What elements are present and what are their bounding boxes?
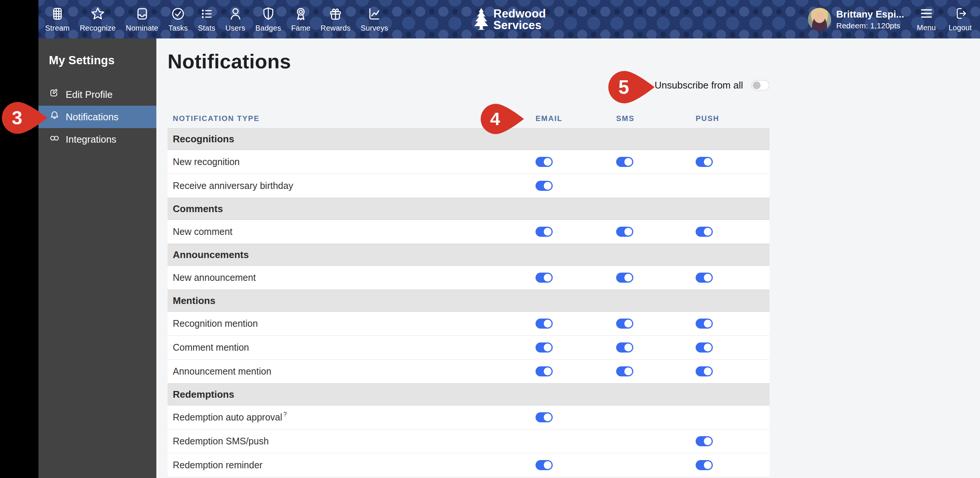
award-icon	[293, 6, 308, 23]
toggle-knob	[624, 344, 632, 351]
email-toggle[interactable]	[536, 343, 553, 352]
list-icon	[199, 6, 214, 23]
table-row: Redemption SMS/push	[167, 429, 770, 453]
email-toggle[interactable]	[536, 319, 553, 329]
nav-item-recognize[interactable]: Recognize	[80, 6, 116, 32]
sms-toggle[interactable]	[616, 272, 633, 283]
shield-icon	[261, 6, 276, 23]
gift-icon	[328, 6, 343, 23]
toggle-knob	[544, 228, 552, 236]
nav-item-stats[interactable]: Stats	[198, 6, 215, 32]
unsubscribe-row: Unsubscribe from all	[167, 76, 770, 94]
menu-button[interactable]: Menu	[917, 7, 936, 32]
nav-item-tasks[interactable]: Tasks	[168, 6, 188, 32]
table-row: Comment mention	[167, 336, 770, 360]
chart-icon	[367, 6, 382, 23]
sms-toggle[interactable]	[616, 343, 633, 352]
push-toggle[interactable]	[696, 272, 713, 283]
toggle-knob	[704, 344, 712, 351]
row-label: Redemption auto approval?	[167, 412, 536, 423]
redeem-points: Redeem: 1,120pts	[836, 21, 904, 30]
sms-toggle[interactable]	[616, 227, 633, 237]
push-toggle[interactable]	[696, 436, 713, 446]
nav-item-label: Recognize	[80, 24, 116, 32]
grid-icon	[50, 6, 65, 23]
user-profile-chip[interactable]: Brittany Espi... Redeem: 1,120pts	[808, 8, 904, 31]
toggle-knob	[624, 274, 632, 282]
email-toggle[interactable]	[536, 227, 553, 237]
sidebar-items: Edit ProfileNotificationsIntegrations	[38, 83, 156, 150]
sidebar-item-integrations[interactable]: Integrations	[38, 128, 156, 150]
row-label: Recognition mention	[167, 318, 536, 329]
column-header-sms: SMS	[616, 114, 696, 123]
user-name: Brittany Espi...	[836, 9, 904, 20]
link-icon	[49, 132, 60, 147]
page-title: Notifications	[167, 50, 770, 73]
email-toggle[interactable]	[536, 181, 553, 191]
nav-item-label: Users	[225, 24, 245, 32]
push-toggle[interactable]	[696, 227, 713, 237]
email-toggle[interactable]	[536, 157, 553, 167]
row-label: Comment mention	[167, 342, 536, 353]
nav-item-label: Badges	[255, 24, 281, 32]
toggle-knob	[704, 158, 712, 166]
sidebar-title: My Settings	[38, 38, 156, 67]
help-icon[interactable]: ?	[283, 411, 286, 417]
nav-item-users[interactable]: Users	[225, 6, 245, 32]
bell-icon	[49, 110, 60, 124]
row-label: Redemption SMS/push	[167, 436, 536, 447]
settings-sidebar: My Settings Edit ProfileNotificationsInt…	[38, 38, 156, 478]
avatar[interactable]	[808, 8, 831, 31]
table-row: New announcement	[167, 266, 770, 290]
push-toggle[interactable]	[696, 319, 713, 329]
left-black-strip	[0, 0, 38, 478]
primary-nav: StreamRecognizeNominateTasksStatsUsersBa…	[45, 6, 388, 32]
inbox-icon	[135, 6, 150, 23]
column-header-email: EMAIL	[536, 114, 616, 123]
toggle-knob	[753, 81, 760, 89]
row-label: Redemption reminder	[167, 460, 536, 470]
table-row: Announcement mention	[167, 360, 770, 384]
sidebar-item-notifications[interactable]: Notifications	[38, 106, 156, 128]
nav-item-stream[interactable]: Stream	[45, 6, 70, 32]
user-icon	[228, 6, 243, 23]
toggle-knob	[624, 320, 632, 328]
nav-item-badges[interactable]: Badges	[255, 6, 281, 32]
nav-item-nominate[interactable]: Nominate	[126, 6, 158, 32]
push-toggle[interactable]	[696, 460, 713, 470]
app-logo: Redwood Services	[473, 8, 546, 31]
sms-toggle[interactable]	[616, 157, 633, 167]
sidebar-item-label: Notifications	[66, 111, 119, 123]
section-header-mentions: Mentions	[167, 290, 770, 312]
nav-item-fame[interactable]: Fame	[291, 6, 310, 32]
email-toggle[interactable]	[536, 366, 553, 376]
sms-toggle[interactable]	[616, 366, 633, 376]
main-content: Notifications Unsubscribe from all NOTIF…	[156, 38, 980, 478]
push-toggle[interactable]	[696, 157, 713, 167]
push-toggle[interactable]	[696, 366, 713, 376]
logout-button[interactable]: Logout	[949, 7, 972, 32]
push-toggle[interactable]	[696, 343, 713, 352]
sidebar-item-edit-profile[interactable]: Edit Profile	[38, 83, 156, 106]
star-icon	[90, 6, 105, 23]
toggle-knob	[704, 274, 712, 282]
nav-item-label: Nominate	[126, 24, 158, 32]
nav-item-surveys[interactable]: Surveys	[361, 6, 388, 32]
email-toggle[interactable]	[536, 460, 553, 470]
hamburger-icon	[919, 7, 934, 22]
row-label: New comment	[167, 226, 536, 237]
section-header-recognitions: Recognitions	[167, 128, 770, 150]
email-toggle[interactable]	[536, 412, 553, 422]
sms-toggle[interactable]	[616, 319, 633, 329]
email-toggle[interactable]	[536, 272, 553, 283]
logout-label: Logout	[949, 24, 972, 32]
toggle-knob	[624, 228, 632, 236]
toggle-knob	[704, 368, 712, 375]
toggle-knob	[544, 413, 552, 421]
unsubscribe-toggle[interactable]	[751, 80, 770, 91]
table-row: Receive anniversary birthday	[167, 174, 770, 198]
section-header-comments: Comments	[167, 198, 770, 220]
table-row: Redemption reminder	[167, 453, 770, 477]
nav-item-rewards[interactable]: Rewards	[321, 6, 350, 32]
table-row: Redemption auto approval?	[167, 406, 770, 429]
